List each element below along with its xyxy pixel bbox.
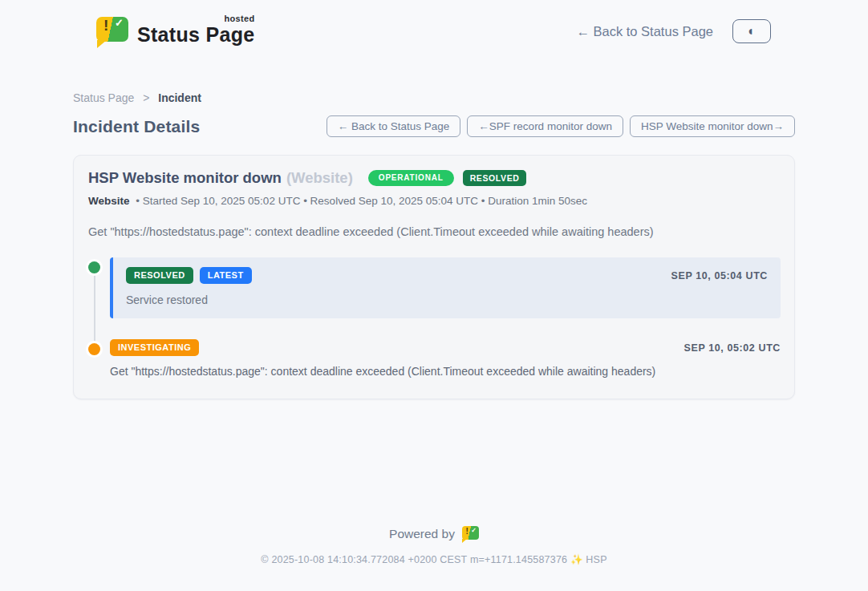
incident-component: (Website) — [286, 169, 353, 186]
exclamation-icon: ! — [103, 18, 108, 33]
timeline-badges: INVESTIGATING — [110, 339, 199, 356]
footer: Powered by ! ✓ © 2025-10-08 14:10:34.772… — [0, 525, 868, 565]
main-content: Status Page > Incident Incident Details … — [73, 91, 795, 399]
page-title: Incident Details — [73, 117, 200, 136]
brand-name: Status Page — [137, 23, 254, 46]
footer-logo-icon: ! ✓ — [462, 525, 479, 542]
timeline-dot-green — [88, 261, 100, 273]
back-to-status-page-button[interactable]: ← Back to Status Page — [327, 115, 461, 137]
incident-meta-component: Website — [88, 195, 130, 207]
exclamation-icon: ! — [465, 528, 468, 536]
timeline-item-resolved: RESOLVED LATEST SEP 10, 05:04 UTC Servic… — [88, 257, 781, 318]
powered-by-link[interactable]: Powered by ! ✓ — [0, 525, 868, 542]
timeline-item-investigating: INVESTIGATING SEP 10, 05:02 UTC Get "htt… — [88, 339, 781, 378]
brand-superscript: hosted — [225, 14, 255, 23]
timeline-item-head: INVESTIGATING SEP 10, 05:02 UTC — [110, 339, 781, 356]
incident-nav-buttons: ← Back to Status Page ←SPF record monito… — [327, 115, 795, 137]
incident-title-row: HSP Website monitor down(Website) OPERAT… — [88, 169, 781, 187]
incident-timeline: RESOLVED LATEST SEP 10, 05:04 UTC Servic… — [88, 257, 781, 378]
timeline-message: Service restored — [126, 293, 768, 306]
theme-toggle-button[interactable]: ◐ — [732, 19, 771, 43]
brand-text-wrap: hosted Status Page — [137, 17, 254, 47]
operational-status-badge: OPERATIONAL — [368, 170, 454, 186]
header: ! ✓ hosted Status Page ← Back to Status … — [0, 0, 868, 50]
status-page-logo-icon: ! ✓ — [96, 15, 128, 47]
timeline-message: Get "https://hostedstatus.page": context… — [110, 365, 781, 378]
timeline-timestamp: SEP 10, 05:04 UTC — [671, 270, 768, 281]
check-icon: ✓ — [115, 18, 124, 28]
status-page-logo[interactable]: ! ✓ hosted Status Page — [96, 15, 254, 47]
breadcrumb-incident: Incident — [158, 91, 201, 104]
timeline-dot-orange — [88, 343, 100, 355]
investigating-badge: INVESTIGATING — [110, 339, 199, 356]
incident-description: Get "https://hostedstatus.page": context… — [88, 225, 781, 238]
copyright-text: © 2025-10-08 14:10:34.772084 +0200 CEST … — [0, 553, 868, 565]
header-back-to-status-page-link[interactable]: ← Back to Status Page — [576, 24, 713, 39]
incident-meta: Website • Started Sep 10, 2025 05:02 UTC… — [88, 195, 781, 207]
next-incident-button[interactable]: HSP Website monitor down→ — [630, 115, 795, 137]
timeline-item-content: RESOLVED LATEST SEP 10, 05:04 UTC Servic… — [110, 257, 781, 318]
breadcrumb-separator: > — [143, 91, 149, 104]
header-right: ← Back to Status Page ◐ — [576, 19, 771, 43]
incident-card: HSP Website monitor down(Website) OPERAT… — [73, 155, 795, 399]
timeline-badges: RESOLVED LATEST — [126, 267, 252, 284]
timeline-item-head: RESOLVED LATEST SEP 10, 05:04 UTC — [126, 267, 768, 284]
latest-badge: LATEST — [200, 267, 252, 284]
prev-incident-button[interactable]: ←SPF record monitor down — [467, 115, 623, 137]
timeline-item-content: INVESTIGATING SEP 10, 05:02 UTC Get "htt… — [110, 339, 781, 378]
resolved-status-badge: RESOLVED — [463, 170, 527, 187]
incident-title: HSP Website monitor down(Website) — [88, 169, 353, 187]
breadcrumb: Status Page > Incident — [73, 91, 795, 104]
incident-meta-details: • Started Sep 10, 2025 05:02 UTC • Resol… — [136, 195, 587, 207]
resolved-badge: RESOLVED — [126, 267, 193, 284]
powered-by-text: Powered by — [389, 527, 455, 541]
breadcrumb-status-page[interactable]: Status Page — [73, 91, 134, 104]
speech-bubble-shape — [96, 17, 128, 42]
title-row: Incident Details ← Back to Status Page ←… — [73, 115, 795, 137]
incident-title-text: HSP Website monitor down — [88, 169, 282, 186]
check-icon: ✓ — [471, 528, 477, 534]
timeline-timestamp: SEP 10, 05:02 UTC — [684, 342, 781, 354]
circle-half-icon: ◐ — [748, 25, 756, 38]
